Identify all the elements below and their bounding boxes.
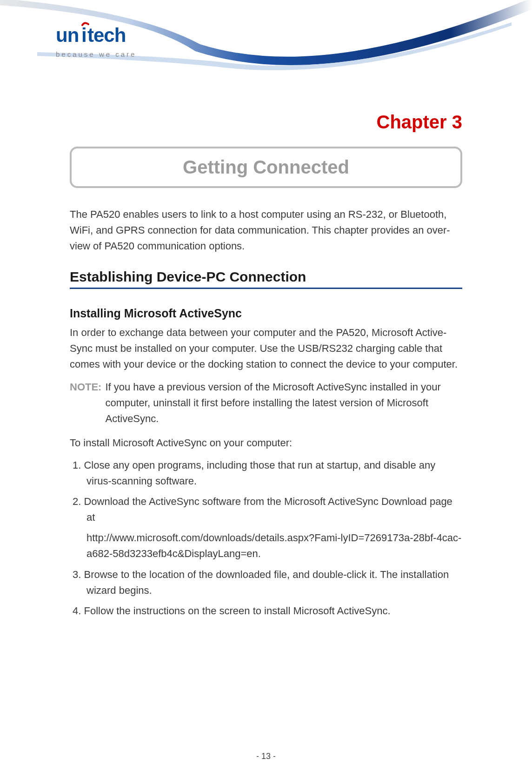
body-paragraph-1: In order to exchange data between your c… xyxy=(70,325,462,372)
section-heading: Establishing Device-PC Connection xyxy=(70,269,462,289)
step-2: 2. Download the ActiveSync software from… xyxy=(70,494,462,525)
intro-paragraph: The PA520 enables users to link to a hos… xyxy=(70,207,462,254)
page-number: - 13 - xyxy=(0,752,532,761)
step-4: 4. Follow the instructions on the screen… xyxy=(70,603,462,619)
sub-heading: Installing Microsoft ActiveSync xyxy=(70,307,462,320)
svg-text:i: i xyxy=(81,24,86,46)
brand-logo-icon: un i tech xyxy=(56,26,135,47)
step-1: 1. Close any open programs, including th… xyxy=(70,457,462,489)
chapter-label: Chapter 3 xyxy=(70,112,462,133)
note-text: If you have a previous version of the Mi… xyxy=(105,379,462,427)
page-content: Chapter 3 Getting Connected The PA520 en… xyxy=(0,93,532,619)
step-3: 3. Browse to the location of the downloa… xyxy=(70,567,462,598)
brand-logo-text: un i tech xyxy=(56,26,136,51)
chapter-title-box: Getting Connected xyxy=(70,147,462,188)
chapter-title: Getting Connected xyxy=(72,157,460,178)
install-steps-list: 1. Close any open programs, including th… xyxy=(70,457,462,619)
brand-tagline: because we care xyxy=(56,50,136,58)
body-paragraph-2: To install Microsoft ActiveSync on your … xyxy=(70,435,462,451)
page-header: un i tech because we care xyxy=(0,0,532,93)
note-block: NOTE: If you have a previous version of … xyxy=(70,379,462,427)
note-label: NOTE: xyxy=(70,379,101,427)
brand-logo: un i tech because we care xyxy=(56,26,136,58)
step-2-url: http://www.microsoft.com/downloads/detai… xyxy=(70,530,462,562)
svg-text:tech: tech xyxy=(87,24,126,46)
svg-text:un: un xyxy=(56,24,79,46)
